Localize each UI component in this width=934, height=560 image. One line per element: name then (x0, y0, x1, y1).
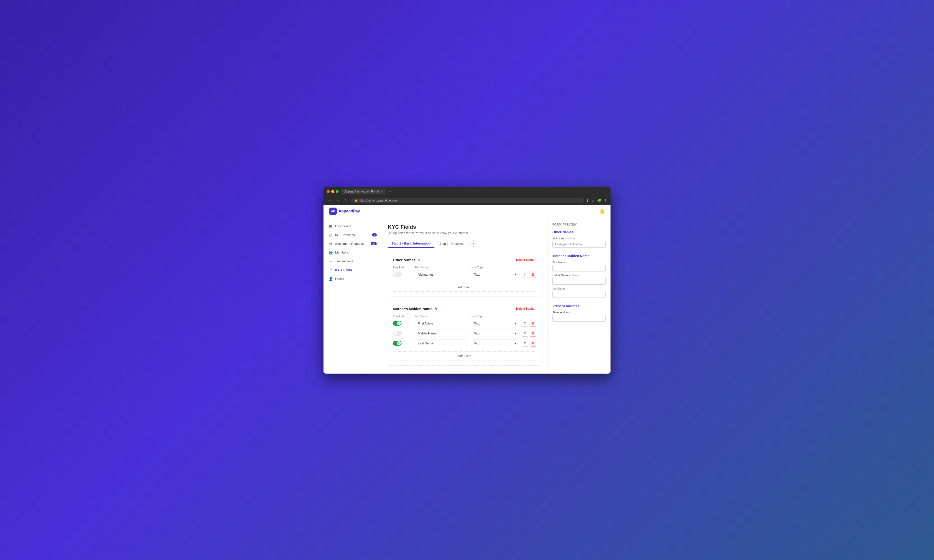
middle-name-field-name-input[interactable] (415, 329, 468, 337)
star-icon[interactable]: ☆ (592, 198, 595, 203)
delete-other-names-button[interactable]: Delete Section (516, 258, 536, 262)
sidebar-item-mfi-branches[interactable]: ◎ MFI Branches 6 (324, 231, 382, 239)
field-row-first-name: Text ▾ ⚙ 🗑 (393, 320, 536, 327)
sidebar-item-kyc-fields[interactable]: 📄 KYC Fields (324, 266, 382, 274)
nicknames-toggle[interactable] (393, 272, 402, 277)
maximize-dot[interactable] (336, 190, 339, 193)
tab-close-icon[interactable]: × (381, 190, 382, 193)
preview-nickname-optional: - optional (565, 237, 575, 240)
add-field-other-names-button[interactable]: Add Field (393, 283, 536, 292)
page-content: KYC Fields Set up fields for the forms f… (382, 218, 547, 374)
mothers-col-field-name: Field Name (415, 315, 468, 318)
first-name-delete-button[interactable]: 🗑 (530, 320, 536, 327)
last-name-toggle[interactable] (393, 341, 402, 346)
forward-button[interactable]: → (335, 198, 341, 203)
preview-street-address-input[interactable] (552, 315, 606, 322)
delete-mothers-button[interactable]: Delete Section (516, 307, 536, 311)
sidebar-item-dashboard[interactable]: ⊞ Dashboard (324, 222, 382, 231)
nicknames-delete-button[interactable]: 🗑 (530, 271, 536, 278)
new-tab-button[interactable]: + (389, 189, 391, 194)
url-text: https://admin.appendpay.com (359, 199, 398, 202)
reload-button[interactable]: ↻ (344, 198, 349, 203)
col-required-label: Required (393, 266, 412, 269)
tab-relatives-label: Step 2 - Relatives (439, 242, 464, 246)
first-name-chevron-icon: ▾ (515, 322, 516, 325)
section-other-names-title: Other Names ✎ (393, 258, 420, 262)
browser-traffic-lights (327, 190, 339, 193)
nicknames-required-toggle (393, 272, 412, 277)
lock-icon: 🔒 (354, 199, 358, 202)
logo-abbr: AP (331, 209, 335, 213)
sidebar-item-members[interactable]: 👥 Members (324, 248, 382, 257)
middle-name-field-actions: ⚙ 🗑 (522, 330, 536, 337)
first-name-gear-button[interactable]: ⚙ (522, 320, 528, 327)
middle-name-toggle[interactable] (393, 331, 402, 335)
first-name-field-actions: ⚙ 🗑 (522, 320, 536, 327)
add-tab-button[interactable]: + (470, 240, 476, 247)
tab-title: AppendPay - Admin Portal (344, 190, 379, 193)
app-container: AP AppendPay 🔔 ⊞ Dashboard ◎ MFI Branche… (324, 205, 610, 374)
nicknames-field-name-input[interactable] (415, 271, 468, 278)
section-other-names-edit-icon[interactable]: ✎ (418, 258, 420, 262)
preview-last-name-input[interactable] (552, 291, 606, 298)
preview-section-present-address: Present Address Street Address (552, 304, 606, 324)
members-icon: 👥 (328, 251, 333, 254)
url-bar[interactable]: 🔒 https://admin.appendpay.com (351, 198, 584, 203)
tab-basic-information[interactable]: Step 1 - Basic Information (388, 240, 435, 248)
last-name-input-type-select[interactable]: Text ▾ (471, 340, 519, 347)
section-mothers-edit-icon[interactable]: ✎ (435, 307, 437, 311)
profile-icon: 👤 (328, 277, 333, 281)
browser-titlebar: AppendPay - Admin Portal × + (324, 187, 610, 196)
tabs-bar: Step 1 - Basic Information Step 2 - Rela… (388, 240, 541, 248)
last-name-delete-button[interactable]: 🗑 (530, 340, 536, 346)
preview-nickname-input[interactable] (552, 241, 606, 248)
settlement-icon: ⚙ (328, 242, 333, 246)
field-row-nicknames: Text ▾ ⚙ 🗑 (393, 271, 536, 278)
last-name-gear-button[interactable]: ⚙ (522, 340, 528, 346)
last-name-required-toggle (393, 341, 412, 346)
preview-first-name-input[interactable] (552, 265, 606, 271)
sidebar-item-settlement[interactable]: ⚙ Settlement Requests 20 (324, 239, 382, 248)
field-row-last-name: Text ▾ ⚙ 🗑 (393, 340, 536, 347)
tab-basic-label: Step 1 - Basic Information (391, 242, 430, 245)
first-name-toggle[interactable] (393, 321, 402, 326)
main-layout: ⊞ Dashboard ◎ MFI Branches 6 ⚙ Settlemen… (324, 218, 610, 374)
sidebar-item-transactions[interactable]: ↔ Transactions (324, 257, 382, 266)
last-name-field-name-input[interactable] (415, 340, 468, 347)
middle-name-gear-button[interactable]: ⚙ (522, 330, 528, 337)
minimize-dot[interactable] (331, 190, 334, 193)
section-other-names-label: Other Names (393, 258, 415, 262)
preview-present-address-title: Present Address (552, 304, 606, 308)
dashboard-icon: ⊞ (328, 225, 333, 228)
last-name-chevron-icon: ▾ (515, 342, 516, 345)
extensions-icon[interactable]: 🧩 (597, 198, 601, 203)
add-field-mothers-button[interactable]: Add Field (393, 351, 536, 360)
sidebar-label-settlement: Settlement Requests (335, 242, 365, 246)
sidebar-label-kyc: KYC Fields (335, 268, 352, 272)
middle-name-delete-button[interactable]: 🗑 (530, 330, 536, 337)
section-mothers-title: Mother's Maiden Name ✎ (393, 307, 437, 311)
browser-actions: ⬆ ☆ 🧩 ⋮ (586, 198, 607, 203)
menu-icon[interactable]: ⋮ (604, 198, 607, 203)
middle-name-input-type-select[interactable]: Text ▾ (471, 329, 519, 337)
first-name-input-type-select[interactable]: Text ▾ (471, 320, 519, 327)
tab-relatives[interactable]: Step 2 - Relatives (435, 240, 468, 248)
share-icon[interactable]: ⬆ (586, 198, 589, 203)
browser-tab[interactable]: AppendPay - Admin Portal × (341, 189, 385, 194)
notification-bell-icon[interactable]: 🔔 (599, 209, 605, 214)
mothers-column-headers: Required Field Name Input Type (393, 315, 536, 318)
close-dot[interactable] (327, 190, 330, 193)
first-name-field-name-input[interactable] (415, 320, 468, 327)
nicknames-input-type-select[interactable]: Text ▾ (471, 271, 519, 278)
col-input-type-label: Input Type (471, 266, 519, 269)
preview-middle-name-input[interactable] (552, 278, 606, 285)
middle-name-input-type-value: Text (474, 332, 480, 335)
first-name-required-toggle (393, 321, 412, 326)
page-subtitle: Set up fields for the forms filled up to… (388, 231, 541, 235)
nicknames-input-type-value: Text (474, 273, 480, 276)
nicknames-gear-button[interactable]: ⚙ (522, 271, 528, 278)
sidebar-item-profile[interactable]: 👤 Profile (324, 274, 382, 283)
back-button[interactable]: ← (327, 198, 333, 203)
section-mothers-header: Mother's Maiden Name ✎ Delete Section (393, 307, 536, 311)
preview-first-name-label: First Name (552, 261, 606, 264)
